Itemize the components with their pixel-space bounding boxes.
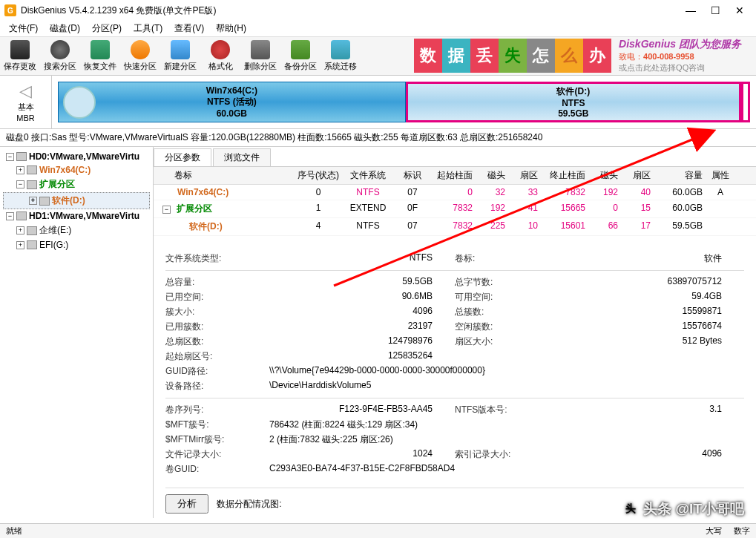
tree-disk-1[interactable]: −HD1:VMware,VMwareVirtu: [3, 209, 150, 223]
banner-slogan: DiskGenius 团队为您服务: [619, 38, 741, 51]
format-button[interactable]: 格式化: [200, 38, 240, 75]
tab-browse-files[interactable]: 浏览文件: [213, 148, 271, 166]
grid-row-c[interactable]: Win7x64(C:) 0NTFS 07 03233 783219240 60.…: [154, 185, 756, 200]
tile-4: 失: [499, 39, 527, 73]
volume-icon: [27, 226, 37, 235]
partition-detail: 文件系统类型:NTFS 卷标:软件 总容量:59.5GB 总字节数:638970…: [154, 245, 756, 483]
nav-left-icon[interactable]: ◁: [19, 82, 32, 101]
menu-file[interactable]: 文件(F): [6, 21, 41, 36]
toutiao-icon: 头: [622, 501, 639, 517]
status-num: 数字: [734, 525, 750, 537]
fstype-label: 文件系统类型:: [165, 252, 269, 265]
volume-icon: [27, 165, 37, 174]
menubar: 文件(F) 磁盘(D) 分区(P) 工具(T) 查看(V) 帮助(H): [0, 21, 756, 37]
disk-map-bar: ◁ 基本 MBR Win7x64(C:) NTFS (活动) 60.0GB 软件…: [0, 76, 756, 129]
menu-tools[interactable]: 工具(T): [131, 21, 165, 36]
partition-highlight-box[interactable]: [741, 82, 750, 122]
nav-panel: ◁ 基本 MBR: [0, 76, 52, 128]
fstype-value: NTFS: [269, 252, 455, 265]
tile-5: 怎: [527, 39, 555, 73]
system-migrate-button[interactable]: 系统迁移: [321, 38, 361, 75]
watermark: 头 头条 @IT小哥吧: [622, 499, 744, 519]
quick-icon: [131, 40, 150, 59]
nav-label-2: MBR: [16, 114, 34, 122]
grid-header: 卷标序号(状态) 文件系统标识 起始柱面磁头 扇区终止柱面 磁头扇区 容量属性: [154, 167, 756, 185]
migrate-icon: [331, 40, 350, 59]
tab-partition-params[interactable]: 分区参数: [154, 148, 211, 166]
format-icon: [211, 40, 230, 59]
tree-ext[interactable]: −扩展分区: [3, 177, 150, 192]
partition-grid: 卷标序号(状态) 文件系统标识 起始柱面磁头 扇区终止柱面 磁头扇区 容量属性 …: [154, 167, 756, 236]
save-button[interactable]: 保存更改: [0, 38, 40, 75]
tree-vol-g[interactable]: +EFI(G:): [3, 238, 150, 252]
recover-files-button[interactable]: 恢复文件: [80, 38, 120, 75]
tree-vol-d[interactable]: +软件(D:): [3, 192, 150, 209]
disk-info-bar: 磁盘0 接口:Sas 型号:VMware,VMwareVirtualS 容量:1…: [0, 129, 756, 147]
status-caps: 大写: [706, 525, 722, 537]
tree-vol-c[interactable]: +Win7x64(C:): [3, 163, 150, 177]
tile-6: 么: [555, 39, 583, 73]
save-icon: [10, 40, 30, 59]
disk-icon: [16, 152, 27, 161]
backup-icon: [291, 40, 310, 59]
menu-view[interactable]: 查看(V): [171, 21, 207, 36]
tile-1: 数: [414, 39, 442, 73]
volume-icon: [27, 240, 37, 249]
analyze-button[interactable]: 分析: [165, 494, 208, 514]
tree-vol-e[interactable]: +企维(E:): [3, 223, 150, 238]
status-ready: 就绪: [6, 525, 22, 537]
delete-partition-button[interactable]: 删除分区: [240, 38, 280, 75]
titlebar: G DiskGenius V5.4.2.1239 x64 免费版(单文件PE版)…: [0, 0, 756, 21]
backup-partition-button[interactable]: 备份分区: [280, 38, 321, 75]
toolbar: 保存更改 搜索分区 恢复文件 快速分区 新建分区 格式化 删除分区 备份分区 系…: [0, 37, 756, 76]
search-icon: [50, 40, 70, 59]
recover-icon: [91, 40, 110, 59]
new-icon: [171, 40, 190, 59]
analysis-label: 数据分配情况图:: [217, 499, 281, 509]
ad-banner[interactable]: 数 据 丢 失 怎 么 办 DiskGenius 团队为您服务 致电：400-0…: [414, 37, 756, 74]
menu-partition[interactable]: 分区(P): [89, 21, 125, 36]
banner-tel: 致电：400-008-9958: [619, 51, 741, 62]
app-icon: G: [4, 4, 16, 16]
partition-block-c[interactable]: Win7x64(C:) NTFS (活动) 60.0GB: [58, 82, 406, 122]
window-title: DiskGenius V5.4.2.1239 x64 免费版(单文件PE版): [21, 4, 686, 17]
close-button[interactable]: ✕: [735, 4, 744, 16]
statusbar: 就绪 大写 数字: [0, 523, 756, 538]
minimize-button[interactable]: —: [686, 4, 696, 16]
menu-help[interactable]: 帮助(H): [213, 21, 249, 36]
volume-icon: [39, 197, 50, 206]
search-partition-button[interactable]: 搜索分区: [40, 38, 80, 75]
tree-disk-0[interactable]: −HD0:VMware,VMwareVirtu: [3, 150, 150, 163]
delete-icon: [251, 40, 270, 59]
ext-icon: [27, 180, 37, 189]
tile-3: 丢: [470, 39, 499, 73]
grid-row-ext[interactable]: −扩展分区 1EXTEND 0F 783219241 15665015 60.0…: [154, 200, 756, 218]
banner-qq: 或点击此处选择QQ咨询: [619, 62, 741, 73]
new-partition-button[interactable]: 新建分区: [160, 38, 200, 75]
tile-2: 据: [442, 39, 470, 73]
disk-icon: [16, 211, 27, 220]
maximize-button[interactable]: ☐: [711, 4, 720, 16]
partition-block-d[interactable]: 软件(D:) NTFS 59.5GB: [406, 82, 741, 122]
disk-tree: −HD0:VMware,VMwareVirtu +Win7x64(C:) −扩展…: [0, 147, 154, 518]
grid-row-d[interactable]: 软件(D:) 4NTFS 07 783222510 156016617 59.5…: [154, 218, 756, 236]
tile-7: 办: [583, 39, 611, 73]
quick-partition-button[interactable]: 快速分区: [120, 38, 160, 75]
nav-label-1: 基本: [18, 102, 34, 113]
menu-disk[interactable]: 磁盘(D): [47, 21, 83, 36]
content-tabs: 分区参数 浏览文件: [154, 147, 756, 167]
